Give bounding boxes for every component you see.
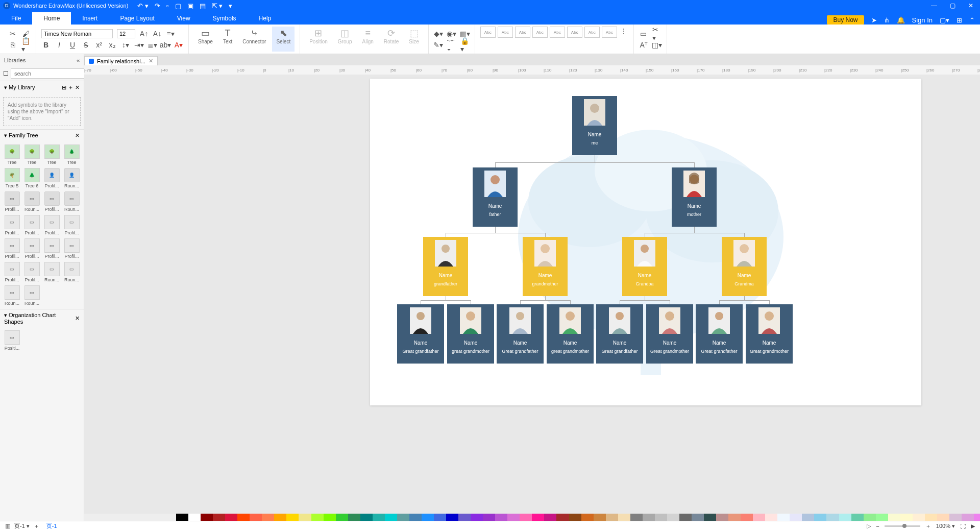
zoom-out-icon[interactable]: − [876,523,879,529]
card-ggm[interactable]: Namegreat grandmother [447,304,494,364]
color-swatch[interactable] [385,514,397,521]
card-ggf[interactable]: NameGreat grandfather [397,304,444,364]
color-swatch[interactable] [373,514,385,521]
shape-profile[interactable]: ▭Profil... [2,261,22,283]
color-swatch[interactable] [507,514,520,521]
color-swatch[interactable] [581,514,594,521]
color-swatch[interactable] [176,514,188,521]
color-swatch[interactable] [594,514,606,521]
shape-search-input[interactable] [11,68,88,79]
color-swatch[interactable] [937,514,949,521]
text-button[interactable]: TText [219,27,236,52]
tab-symbols[interactable]: Symbols [202,12,248,25]
color-swatch[interactable] [544,514,556,521]
color-swatch[interactable] [753,514,765,521]
zoom-in-icon[interactable]: ＋ [925,522,931,530]
color-swatch[interactable] [925,514,937,521]
color-swatch[interactable] [471,514,483,521]
collapse-ribbon-icon[interactable]: ⌃ [969,16,975,24]
color-swatch[interactable] [716,514,728,521]
mylib-actions[interactable]: ⊞ ＋ ✕ [62,84,80,91]
shape-profile[interactable]: ▭Profil... [2,237,22,260]
cloud-icon[interactable]: ▢▾ [940,16,949,24]
color-swatch[interactable] [483,514,495,521]
collapse-panel-icon[interactable]: « [77,57,80,63]
tab-insert[interactable]: Insert [71,12,109,25]
group-button[interactable]: ◫Group [334,27,356,52]
shape-round[interactable]: 👤Roun... [62,167,82,189]
lock-icon[interactable]: 🔒▾ [460,40,470,50]
shape-profile[interactable]: ▭Profil... [42,190,62,213]
bell-icon[interactable]: 🔔 [897,16,905,24]
bold-icon[interactable]: B [41,40,51,50]
shape-profile[interactable]: ▭Profil... [2,190,22,213]
color-swatch[interactable] [520,514,532,521]
color-swatch[interactable] [311,514,324,521]
shape-round[interactable]: ▭Roun... [62,190,82,213]
color-swatch[interactable] [802,514,814,521]
apps-icon[interactable]: ⊞ [957,16,962,24]
open-icon[interactable]: ▢ [175,2,181,10]
color-swatch[interactable] [556,514,569,521]
shape-round[interactable]: ▭Roun... [62,261,82,283]
color-swatch[interactable] [655,514,667,521]
font-size-combo[interactable]: 12 [117,29,135,38]
style-preset[interactable]: Abc [550,27,565,38]
color-swatch[interactable] [643,514,655,521]
card-me[interactable]: Name me [572,96,617,155]
increase-font-icon[interactable]: A↑ [139,29,149,38]
color-swatch[interactable] [630,514,643,521]
color-swatch[interactable] [458,514,471,521]
save-icon[interactable]: ▣ [187,2,193,10]
shape-profile[interactable]: ▭Profil... [22,237,42,260]
copy-icon[interactable]: ⎘ [8,40,17,50]
add-page-icon[interactable]: ＋ [34,522,39,530]
color-swatch[interactable] [790,514,802,521]
rotate-button[interactable]: ⟳Rotate [380,27,403,52]
color-swatch[interactable] [741,514,753,521]
color-swatch[interactable] [299,514,311,521]
document-tab[interactable]: Family relationshi... ✕ [84,56,158,65]
line-style-icon[interactable]: 〰▾ [447,40,456,50]
style-preset[interactable]: Abc [532,27,548,38]
line-spacing-icon[interactable]: ↕▾ [121,40,130,50]
card-ggm[interactable]: NameGreat grandmother [646,304,693,364]
style-more-icon[interactable]: ⋮ [619,27,628,36]
share-icon[interactable]: ⋔ [884,16,890,24]
shape-profile[interactable]: ▭Profil... [62,214,82,236]
shape-round[interactable]: ▭Roun... [22,190,42,213]
shape-round[interactable]: ▭Roun... [22,284,42,307]
maximize-icon[interactable]: ▢ [943,2,962,9]
paste-icon[interactable]: 📋▾ [21,40,31,50]
color-swatch[interactable] [876,514,888,521]
shape-search-icon[interactable]: ☐ [3,68,9,79]
align-button[interactable]: ≡Align [358,27,378,52]
style-preset[interactable]: Abc [515,27,530,38]
card-grandpa[interactable]: Name Grandpa [622,237,667,296]
card-ggf[interactable]: NameGreat grandfather [696,304,743,364]
color-swatch[interactable] [949,514,962,521]
page-selector[interactable]: 页-1 ▾ [14,522,30,530]
zoom-value[interactable]: 100% ▾ [936,523,955,529]
color-swatch[interactable] [569,514,581,521]
color-swatch[interactable] [765,514,777,521]
color-swatch[interactable] [495,514,507,521]
style-preset[interactable]: Abc [584,27,600,38]
orgshapes-header[interactable]: Organization Chart Shapes [4,312,56,325]
color-swatch[interactable] [409,514,422,521]
color-swatch[interactable] [237,514,250,521]
bullets-icon[interactable]: ≣▾ [148,40,157,50]
color-swatch[interactable] [225,514,237,521]
color-swatch-bar[interactable] [176,514,980,521]
superscript-icon[interactable]: x² [94,40,104,50]
tab-page-layout[interactable]: Page Layout [109,12,165,25]
presentation-icon[interactable]: ▶ [971,523,975,529]
fit-screen-icon[interactable]: ⛶ [960,523,966,529]
shape-tree[interactable]: 🌳Tree [2,143,22,166]
send-icon[interactable]: ➤ [871,16,877,24]
style-preset[interactable]: Abc [567,27,582,38]
connector-button[interactable]: ⤷Connector [238,27,270,52]
italic-icon[interactable]: I [55,40,64,50]
color-swatch[interactable] [360,514,373,521]
play-icon[interactable]: ▷ [867,523,871,529]
